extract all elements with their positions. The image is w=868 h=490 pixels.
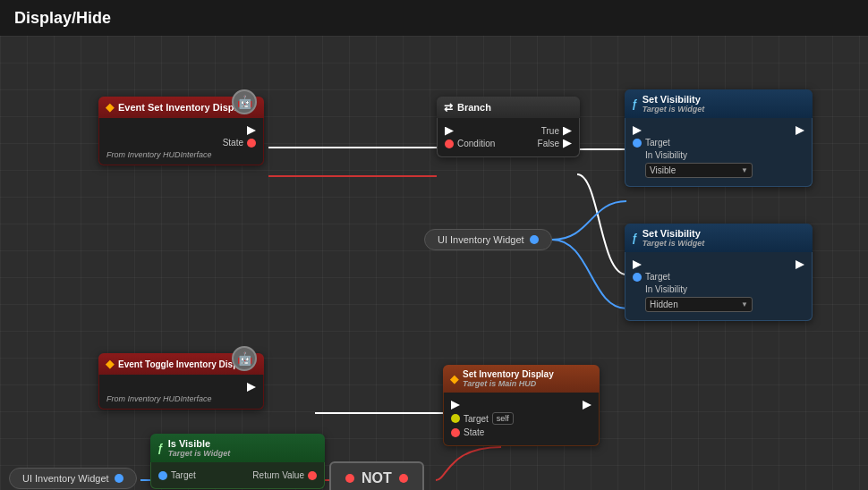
branch-false-pin: False (538, 139, 572, 148)
setinv-target-circle (451, 414, 460, 423)
is-visible-title: Is Visible (168, 438, 231, 449)
branch-body: True Condition False (437, 118, 580, 157)
state-pin: State (223, 138, 256, 148)
exec-out-icon (247, 126, 256, 135)
ui-inventory-widget-2: UI Inventory Widget (9, 468, 137, 489)
event-toggle-node: ◆ Event Toggle Inventory Display 🤖 From … (98, 353, 264, 410)
sv1-target-pin: Target (633, 138, 670, 148)
sv1-exec-in-icon (633, 126, 642, 135)
branch-icon: ⇄ (444, 101, 453, 114)
toggle-exec-out-icon (247, 383, 256, 392)
branch-false-label: False (538, 139, 559, 148)
set-visibility-1-header: ƒ Set Visibility Target is Widget (625, 89, 813, 118)
setinv-state-row: State (451, 427, 591, 437)
sv2-exec-out (796, 260, 804, 269)
set-inventory-header: ◆ Set Inventory Display Target is Main H… (443, 365, 600, 393)
sv1-target-row: Target (633, 138, 804, 148)
event-toggle-header: ◆ Event Toggle Inventory Display 🤖 (98, 353, 264, 375)
ui-widget-2-pin (115, 474, 123, 483)
not-out-pin (399, 474, 408, 483)
title-bar: Display/Hide (0, 0, 868, 36)
branch-exec-in-icon (445, 127, 454, 136)
func-icon-isvis: ƒ (157, 442, 164, 454)
isvis-return-pin: Return Value (252, 470, 317, 480)
set-visibility-1-body: Target In Visibility Visible ▼ (625, 118, 813, 187)
setinv-exec-in-icon (451, 401, 460, 410)
sv2-exec-row (633, 260, 804, 269)
branch-true-icon (563, 127, 572, 136)
set-inventory-body: Target self State (443, 393, 600, 446)
setinv-state-label: State (464, 427, 484, 437)
set-inventory-title: Set Inventory Display (463, 369, 554, 379)
isvis-return-label: Return Value (252, 470, 304, 480)
sv2-visibility-value: Hidden (650, 300, 678, 309)
sv2-exec-in-icon (633, 260, 642, 269)
sv2-dropdown-arrow: ▼ (741, 300, 748, 308)
set-visibility-2-title: Set Visibility (642, 228, 705, 239)
sv2-exec-out-icon (796, 260, 804, 269)
branch-true-label: True (541, 126, 559, 136)
isvis-target-label: Target (171, 470, 196, 480)
is-visible-subtitle: Target is Widget (168, 449, 231, 458)
set-visibility-2-node: ƒ Set Visibility Target is Widget Target (625, 224, 813, 321)
setinv-target-label: Target (464, 414, 489, 424)
sv2-exec-in (633, 260, 642, 269)
not-label: NOT (362, 470, 392, 486)
set-visibility-2-body: Target In Visibility Hidden ▼ (625, 252, 813, 321)
not-in-pin (345, 474, 354, 483)
sv1-target-circle (633, 139, 642, 148)
ui-widget-1-pin (530, 235, 539, 244)
sv1-exec-out-icon (796, 126, 804, 135)
toggle-exec-out (247, 383, 256, 392)
ui-widget-2-label: UI Inventory Widget (22, 473, 109, 484)
set-visibility-1-node: ƒ Set Visibility Target is Widget Target (625, 89, 813, 187)
branch-condition-circle (445, 139, 454, 148)
event-toggle-body: From Inventory HUDInterface (98, 375, 264, 410)
event-toggle-diamond: ◆ (106, 358, 114, 370)
ui-widget-1-label: UI Inventory Widget (438, 234, 524, 245)
setinv-exec-out (583, 401, 591, 410)
event-toggle-title: Event Toggle Inventory Display (118, 359, 251, 369)
setinv-state-pin: State (451, 427, 484, 437)
page-title: Display/Hide (14, 9, 111, 28)
set-visibility-1-subtitle: Target is Widget (642, 105, 705, 114)
sv2-target-label: Target (645, 272, 670, 282)
exec-out-pin (247, 126, 256, 135)
sv1-target-label: Target (645, 138, 670, 148)
sv2-target-pin: Target (633, 272, 670, 282)
exec-out-row (106, 126, 256, 135)
setinv-self-tag: self (492, 412, 514, 425)
state-pin-circle (247, 139, 256, 148)
sv1-exec-row (633, 126, 804, 135)
event-toggle-robot-icon: 🤖 (232, 346, 257, 371)
sv1-visibility-dropdown[interactable]: Visible ▼ (645, 163, 753, 178)
is-visible-node: ƒ Is Visible Target is Widget Target Ret… (150, 434, 325, 489)
sv1-exec-in (633, 126, 642, 135)
set-inventory-display-node: ◆ Set Inventory Display Target is Main H… (443, 365, 600, 446)
robot-icon: 🤖 (232, 89, 257, 114)
sv1-visibility-value: Visible (650, 165, 676, 175)
ui-inventory-widget-1: UI Inventory Widget (424, 229, 552, 250)
state-label: State (223, 138, 243, 148)
setinv-exec-in (451, 401, 460, 410)
is-visible-body: Target Return Value (150, 462, 325, 489)
isvis-target-pin: Target (158, 470, 196, 480)
sv2-visibility-dropdown[interactable]: Hidden ▼ (645, 297, 753, 312)
sv1-exec-out (796, 126, 804, 135)
branch-node: ⇄ Branch True Condition False (437, 97, 580, 157)
func-icon-1: ƒ (632, 97, 638, 110)
sv1-invisibility-label: In Visibility (645, 150, 804, 160)
event-set-inventory-header: ◆ Event Set Inventory Display 🤖 (98, 97, 264, 118)
branch-exec-in (445, 127, 454, 136)
set-inventory-subtitle: Target is Main HUD (463, 379, 554, 388)
setinv-state-circle (451, 428, 460, 437)
sv2-invisibility-label: In Visibility (645, 284, 804, 294)
sv2-target-row: Target (633, 272, 804, 282)
branch-condition-label: Condition (457, 139, 495, 148)
set-visibility-1-title: Set Visibility (642, 94, 705, 105)
event-set-inventory-title: Event Set Inventory Display (118, 102, 248, 113)
not-node: NOT (329, 461, 424, 490)
setinv-exec-row (451, 401, 591, 410)
set-visibility-2-header: ƒ Set Visibility Target is Widget (625, 224, 813, 252)
set-visibility-2-subtitle: Target is Widget (642, 239, 705, 248)
